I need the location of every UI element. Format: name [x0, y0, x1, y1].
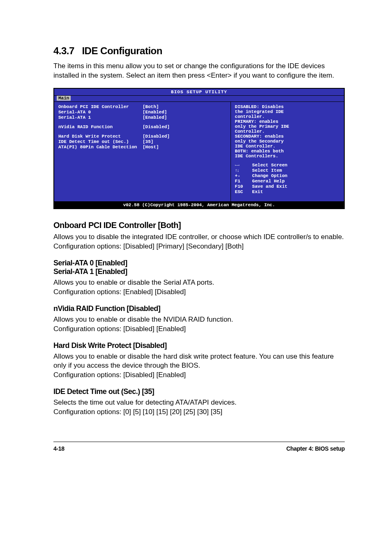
bios-setting-label: ATA(PI) 80Pin Cable Detection: [58, 145, 143, 150]
bios-help-key: +-: [235, 173, 252, 178]
bios-setting-label: IDE Detect Time out (Sec.): [58, 139, 143, 144]
bios-help-key-row: ←→ Select Screen: [235, 163, 340, 168]
bios-help-key-desc: Change Option: [252, 173, 288, 178]
bios-title: BIOS SETUP UTILITY: [54, 89, 344, 96]
bios-help-key: ESC: [235, 189, 252, 194]
bios-help-key-desc: Save and Exit: [252, 184, 288, 189]
subsection-body: Allows you to disable the integrated IDE…: [53, 233, 345, 251]
chapter-label: Chapter 4: BIOS setup: [286, 445, 345, 452]
bios-tab-row: Main: [54, 96, 344, 101]
bios-setting-value: [Enabled]: [143, 110, 167, 115]
bios-help-key-desc: Select Item: [252, 168, 282, 173]
subsection-heading: Serial-ATA 0 [Enabled] Serial-ATA 1 [Ena…: [53, 259, 345, 276]
subsection-body: Allows you to enable or disable the NVID…: [53, 315, 345, 334]
bios-help-key: F10: [235, 184, 252, 189]
bios-help-line: BOTH: enables both: [235, 149, 340, 154]
subsection-heading: Hard Disk Write Protect [Disabled]: [53, 341, 345, 350]
bios-setting-value: [Disabled]: [143, 134, 170, 139]
bios-setting-label: nVidia RAID Function: [58, 124, 143, 129]
bios-setting-row: Serial-ATA 0 [Enabled]: [58, 110, 226, 115]
bios-setting-row: IDE Detect Time out (Sec.) [35]: [58, 139, 226, 144]
bios-help-key-row: +- Change Option: [235, 173, 340, 178]
bios-help-line: only the Secondary: [235, 139, 340, 144]
subsection-heading: nVidia RAID Function [Disabled]: [53, 304, 345, 313]
bios-help-key-desc: General Help: [252, 179, 285, 184]
bios-setting-row: nVidia RAID Function [Disabled]: [58, 124, 226, 129]
bios-help-panel: DISABLED: Disables the integrated IDE co…: [231, 102, 344, 201]
bios-help-line: SECONDARY: enables: [235, 134, 340, 139]
arrow-up-down-icon: ↑↓: [235, 168, 252, 173]
bios-setting-value: [Host]: [143, 145, 159, 150]
bios-copyright: v02.58 (C)Copyright 1985-2004, American …: [54, 201, 344, 208]
bios-setting-value: [Both]: [143, 104, 159, 109]
bios-help-key-row: F1 General Help: [235, 179, 340, 184]
bios-help-line: controller.: [235, 114, 340, 119]
bios-tab-main: Main: [57, 96, 71, 101]
bios-setting-value: [Disabled]: [143, 124, 170, 129]
bios-help-key: F1: [235, 179, 252, 184]
bios-help-line: the integrated IDE: [235, 109, 340, 114]
bios-setting-label: Onboard PCI IDE Controller: [58, 104, 143, 109]
bios-setting-label: Serial-ATA 0: [58, 110, 143, 115]
bios-help-key-desc: Exit: [252, 189, 263, 194]
bios-help-key-desc: Select Screen: [252, 163, 288, 168]
bios-help-line: PRIMARY: enables: [235, 119, 340, 124]
section-intro: The items in this menu allow you to set …: [53, 62, 345, 81]
bios-setting-value: [35]: [143, 139, 153, 144]
bios-help-key-row: F10 Save and Exit: [235, 184, 340, 189]
page-footer: 4-18 Chapter 4: BIOS setup: [53, 442, 345, 452]
arrow-left-right-icon: ←→: [235, 163, 252, 168]
subsection-body: Allows you to enable or disable the hard…: [53, 352, 345, 380]
bios-help-key-row: ESC Exit: [235, 189, 340, 194]
bios-settings-panel: Onboard PCI IDE Controller [Both] Serial…: [54, 102, 231, 201]
subsection-body: Allows you to enable or disable the Seri…: [53, 278, 345, 297]
bios-screenshot: BIOS SETUP UTILITY Main Onboard PCI IDE …: [53, 88, 345, 209]
bios-help-line: IDE Controller.: [235, 144, 340, 149]
bios-help-line: DISABLED: Disables: [235, 104, 340, 109]
bios-setting-label: Hard Disk Write Protect: [58, 134, 143, 139]
bios-setting-row: Hard Disk Write Protect [Disabled]: [58, 134, 226, 139]
bios-help-line: only the Primary IDE: [235, 124, 340, 129]
bios-help-line: Controller.: [235, 129, 340, 134]
bios-setting-row: ATA(PI) 80Pin Cable Detection [Host]: [58, 145, 226, 150]
page-number: 4-18: [53, 445, 65, 452]
bios-help-key-row: ↑↓ Select Item: [235, 168, 340, 173]
subsection-heading: IDE Detect Time out (Sec.) [35]: [53, 387, 345, 396]
subsection-heading: Onboard PCI IDE Controller [Both]: [53, 221, 345, 230]
bios-help-line: IDE Controllers.: [235, 154, 340, 159]
bios-setting-row: Onboard PCI IDE Controller [Both]: [58, 104, 226, 109]
section-title: IDE Configuration: [82, 45, 162, 56]
bios-setting-value: [Enabled]: [143, 115, 167, 120]
subsection-body: Selects the time out value for detecting…: [53, 398, 345, 417]
section-heading: 4.3.7 IDE Configuration: [53, 45, 345, 57]
bios-setting-label: Serial-ATA 1: [58, 115, 143, 120]
section-number: 4.3.7: [53, 45, 74, 56]
bios-setting-row: Serial-ATA 1 [Enabled]: [58, 115, 226, 120]
